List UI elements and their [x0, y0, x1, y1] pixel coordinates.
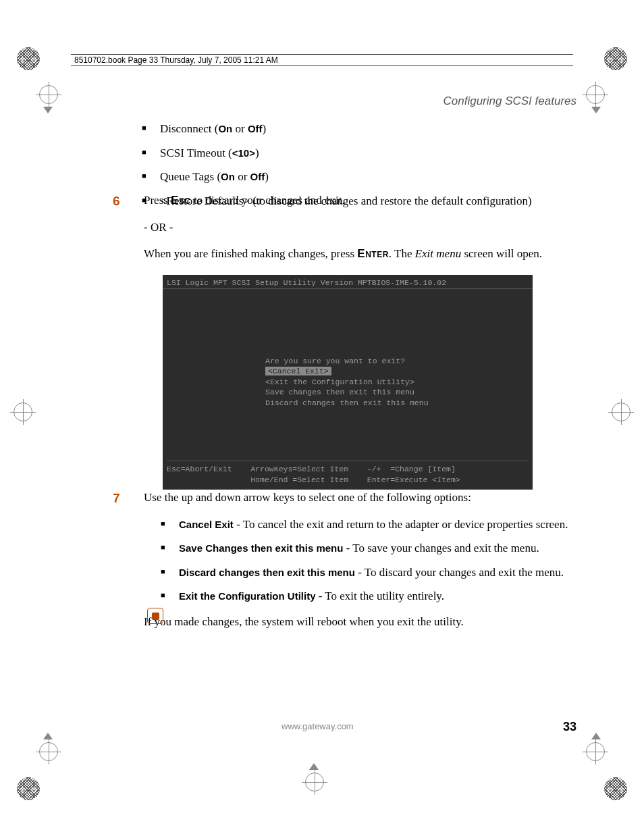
list-item: Save Changes then exit this menu - To sa…: [144, 540, 576, 557]
step6-line1: Press Esc to discard your changes and ex…: [144, 192, 576, 209]
bios-prompt: Are you sure you want to exit?: [265, 356, 429, 367]
bios-opt-exit: <Exit the Configuration Utility>: [265, 377, 429, 388]
bios-title: LSI Logic MPT SCSI Setup Utility Version…: [163, 275, 533, 289]
list-item: Exit the Configuration Utility - To exit…: [144, 588, 576, 605]
step-number-7: 7: [113, 489, 120, 509]
list-item: Discard changes then exit this menu - To…: [144, 564, 576, 581]
options-list-b: Cancel Exit - To cancel the exit and ret…: [144, 516, 576, 605]
step7-intro: Use the up and down arrow keys to select…: [144, 489, 576, 506]
list-item: Queue Tags (On or Off): [125, 168, 576, 186]
header-meta: 8510702.book Page 33 Thursday, July 7, 2…: [74, 55, 278, 65]
bios-opt-cancel: <Cancel Exit>: [265, 367, 331, 375]
list-item: Cancel Exit - To cancel the exit and ret…: [144, 516, 576, 533]
end-of-procedure-icon: [147, 608, 163, 624]
step6-line2: When you are finished making changes, pr…: [144, 245, 576, 263]
list-item: Disconnect (On or Off): [125, 120, 576, 138]
bios-footer: Esc=Abort/Exit ArrowKeys=Select Item -/+…: [167, 461, 529, 485]
list-item: SCSI Timeout (<10>): [125, 145, 576, 162]
step6-or: - OR -: [144, 219, 576, 236]
closing-text: If you made changes, the system will reb…: [144, 613, 576, 631]
bios-opt-save: Save changes then exit this menu: [265, 387, 429, 398]
bios-opt-discard: Discard changes then exit this menu: [265, 398, 429, 409]
page-number: 33: [563, 720, 576, 734]
bios-screenshot: LSI Logic MPT SCSI Setup Utility Version…: [163, 275, 533, 490]
step-number-6: 6: [113, 192, 120, 211]
footer-url: www.gateway.com: [281, 721, 354, 731]
section-title: Configuring SCSI features: [444, 95, 577, 108]
